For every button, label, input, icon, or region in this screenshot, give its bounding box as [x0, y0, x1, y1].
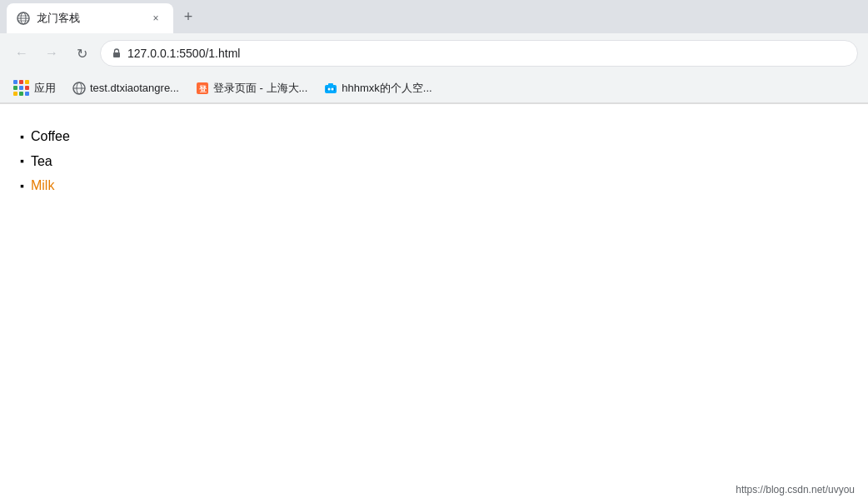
bookmark-item-2[interactable]: 登 登录页面 - 上海大...: [189, 77, 314, 99]
bookmark-item-3[interactable]: hhhmxk的个人空...: [317, 77, 438, 99]
apps-grid-icon: [13, 80, 29, 96]
bookmark-favicon-3: [324, 82, 337, 95]
svg-point-13: [328, 87, 331, 90]
list-item: Tea: [20, 149, 848, 174]
svg-rect-15: [327, 87, 327, 91]
list-item: Milk: [20, 173, 848, 198]
address-bar-row: ← → ↻ 127.0.0.1:5500/1.html: [0, 33, 868, 73]
status-bar: https://blog.csdn.net/uvyou: [736, 484, 855, 496]
svg-rect-16: [334, 87, 335, 91]
item-tea: Tea: [31, 151, 52, 172]
forward-button[interactable]: →: [40, 42, 63, 65]
svg-point-14: [332, 87, 334, 90]
apps-button[interactable]: 应用: [7, 77, 62, 99]
lock-icon: [111, 47, 122, 59]
refresh-button[interactable]: ↻: [70, 42, 93, 65]
browser-chrome: 龙门客栈 × + ← → ↻ 127.0.0.1:5500/1.html: [0, 0, 868, 104]
active-tab[interactable]: 龙门客栈 ×: [7, 3, 173, 33]
bookmark-label-3: hhhmxk的个人空...: [342, 81, 432, 96]
tab-title: 龙门客栈: [37, 11, 142, 26]
bookmark-label-1: test.dtxiaotangre...: [90, 82, 179, 94]
page-content: Coffee Tea Milk https://blog.csdn.net/uv…: [0, 104, 868, 498]
status-text: https://blog.csdn.net/uvyou: [736, 484, 855, 496]
apps-label: 应用: [34, 81, 56, 96]
item-milk: Milk: [31, 175, 54, 197]
bookmarks-bar: 应用 test.dtxiaotangre... 登 登录页面 - 上海大...: [0, 73, 868, 103]
tab-bar: 龙门客栈 × +: [0, 0, 868, 33]
address-url: 127.0.0.1:5500/1.html: [127, 47, 847, 60]
beverages-list: Coffee Tea Milk: [20, 124, 848, 198]
item-coffee: Coffee: [31, 126, 70, 147]
bookmark-favicon-2: 登: [196, 82, 209, 95]
tab-favicon-icon: [17, 12, 30, 25]
svg-rect-5: [113, 52, 120, 57]
svg-rect-12: [328, 83, 333, 87]
list-item: Coffee: [20, 124, 848, 149]
svg-text:登: 登: [197, 85, 207, 93]
new-tab-button[interactable]: +: [177, 5, 200, 28]
back-button[interactable]: ←: [10, 42, 33, 65]
address-bar[interactable]: 127.0.0.1:5500/1.html: [100, 40, 858, 67]
bookmark-item-1[interactable]: test.dtxiaotangre...: [66, 78, 186, 98]
tab-close-button[interactable]: ×: [148, 11, 163, 26]
bookmark-label-2: 登录页面 - 上海大...: [213, 81, 307, 96]
bookmark-favicon-1: [72, 82, 86, 95]
